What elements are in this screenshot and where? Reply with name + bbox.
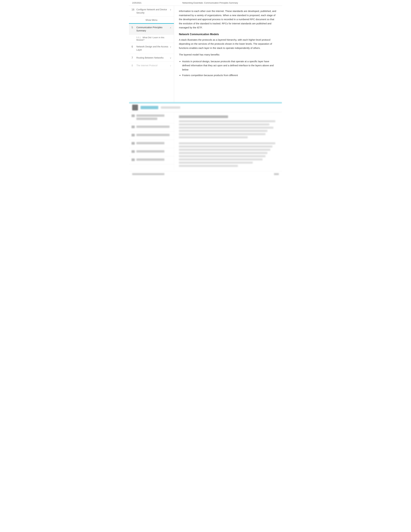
- bottom-para-6: [179, 136, 248, 138]
- show-menu-label: Show Menu: [146, 19, 158, 21]
- section-heading: Network Communication Models: [179, 33, 277, 36]
- benefits-list: Assists in protocol design, because prot…: [182, 59, 277, 77]
- bottom-para-9: [179, 149, 270, 151]
- bottom-para-11: [179, 155, 265, 157]
- sidebar-item-number-7: 7: [131, 57, 136, 59]
- chevron-up-icon-5: ∧: [170, 26, 171, 29]
- blur-num-9: [131, 114, 135, 117]
- sidebar-item-6[interactable]: 6 Network Design and the Access Layer ∨: [129, 43, 174, 54]
- bottom-para-12: [179, 159, 262, 161]
- bottom-nav-placeholder: [161, 106, 180, 109]
- footer-left: [132, 173, 164, 175]
- sidebar-subitem-number-551: 5.5.1: [136, 37, 141, 39]
- date-label: 2/25/2021: [132, 2, 141, 4]
- sidebar-item-label-7: Routing Between Networks: [136, 56, 168, 59]
- bottom-logo: [132, 105, 138, 110]
- sidebar-item-label-8: The Internet Protocol: [136, 64, 168, 67]
- bottom-para-7: [179, 142, 275, 144]
- blur-label-11: [136, 126, 169, 128]
- sidebar-item-5[interactable]: 5 Communication Principles Summary ∧: [129, 24, 174, 35]
- bottom-para-8: [179, 146, 272, 148]
- bottom-para-13: [179, 162, 253, 164]
- sidebar-item-number-16: 16: [131, 8, 136, 11]
- sidebar-item-label-6: Network Design and the Access Layer: [136, 45, 168, 51]
- blur-num-15: [131, 159, 135, 161]
- intro-paragraph: information to each other over the inter…: [179, 9, 277, 30]
- bottom-sidebar-item-9: [129, 112, 174, 123]
- bottom-main: [174, 112, 282, 171]
- bottom-para-14: [179, 165, 238, 167]
- sidebar-item-number-5: 5: [131, 26, 136, 29]
- bullet-item-2: Fosters competition because products fro…: [182, 73, 277, 77]
- sidebar-item-7[interactable]: 7 Routing Between Networks ∨: [129, 54, 174, 62]
- sidebar-item-number-6: 6: [131, 45, 136, 48]
- blur-num-14: [131, 150, 135, 153]
- sidebar-item-16[interactable]: 16 Configure Network and Device Security…: [129, 6, 174, 17]
- bottom-para-3: [179, 127, 273, 129]
- bottom-sidebar-item-12: [129, 132, 174, 140]
- chevron-down-icon-16: ∨: [170, 8, 171, 11]
- bottom-logo-text: [140, 106, 158, 109]
- bottom-para-10: [179, 152, 267, 154]
- bottom-layout: [129, 112, 282, 171]
- blur-label-13: [136, 142, 164, 144]
- bottom-para-5: [179, 133, 265, 135]
- sidebar-item-number-8: 8: [131, 64, 136, 67]
- bottom-footer: [129, 171, 282, 177]
- bottom-sidebar-item-13: [129, 140, 174, 148]
- chevron-down-icon-7: ∨: [170, 57, 171, 59]
- blur-num-12: [131, 134, 135, 136]
- bottom-heading-1: [179, 115, 228, 118]
- blur-label-9a: [136, 114, 164, 117]
- sidebar: 16 Configure Network and Device Security…: [129, 6, 174, 103]
- top-bar: 2/25/2021 Networking Essentials -Communi…: [129, 0, 282, 6]
- blur-num-11: [131, 126, 135, 128]
- sidebar-item-label-16: Configure Network and Device Security: [136, 8, 168, 14]
- section-paragraph-1: A stack illustrates the protocols as a l…: [179, 38, 277, 50]
- sidebar-subitem-551[interactable]: 5.5.1 What Did I Learn in this Module?: [129, 35, 174, 43]
- bottom-para-2: [179, 124, 269, 125]
- sidebar-item-8[interactable]: 8 The Internet Protocol ∨: [129, 62, 174, 70]
- footer-right: [274, 173, 279, 175]
- sidebar-item-label-5: Communication Principles Summary: [136, 26, 168, 32]
- chevron-down-icon-6: ∨: [170, 46, 171, 48]
- page-title: Networking Essentials -Communication Pri…: [182, 2, 238, 4]
- bottom-sidebar-item-14: [129, 148, 174, 156]
- bottom-sidebar-item-11: [129, 123, 174, 132]
- blur-label-12: [136, 134, 169, 136]
- bottom-top-bar: [129, 103, 282, 112]
- bottom-sidebar: [129, 112, 174, 171]
- bottom-section: [129, 103, 282, 177]
- section-paragraph-2: The layered model has many benefits:: [179, 53, 277, 57]
- blur-label-15: [136, 159, 164, 161]
- blur-label-9b: [136, 118, 157, 120]
- blur-label-14: [136, 150, 164, 152]
- blur-num-13: [131, 142, 135, 145]
- bottom-para-4: [179, 130, 267, 132]
- show-menu-button[interactable]: Show Menu: [129, 17, 174, 24]
- bottom-sidebar-item-15: [129, 156, 174, 164]
- bottom-para-1: [179, 120, 275, 122]
- chevron-down-icon-8: ∨: [170, 64, 171, 67]
- main-content: information to each other over the inter…: [174, 6, 282, 103]
- bullet-item-1: Assists in protocol design, because prot…: [182, 59, 277, 72]
- upper-section: 16 Configure Network and Device Security…: [129, 6, 282, 103]
